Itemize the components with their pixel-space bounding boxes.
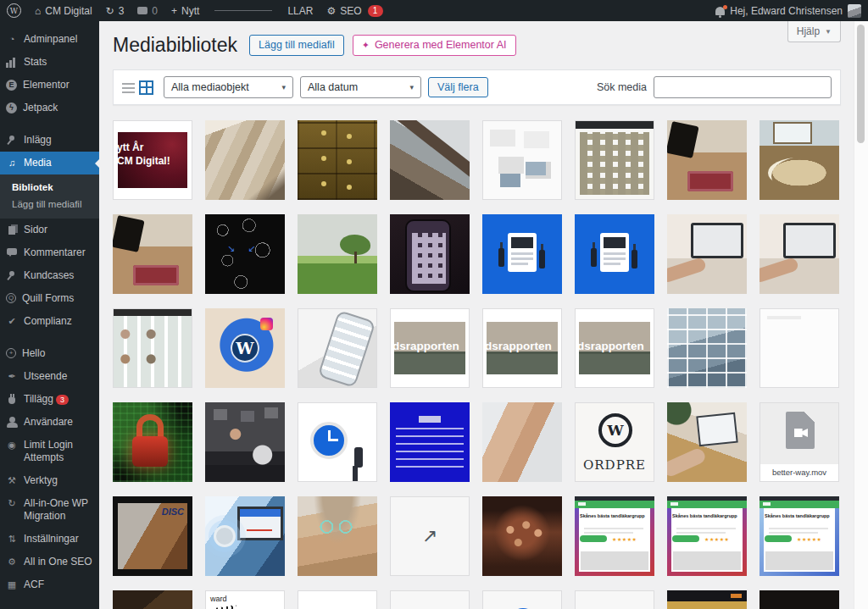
sidebar-item-limit-login[interactable]: ◉ Limit Login Attempts	[0, 434, 99, 469]
notifications-bell-icon[interactable]	[715, 7, 725, 15]
sidebar-item-structured-data[interactable]: Structured Data	[0, 606, 99, 609]
dashboard-icon: ◔	[6, 34, 18, 45]
media-tile-instagram-feed-screenshot[interactable]	[113, 308, 192, 388]
submenu-item-bibliotek[interactable]: Bibliotek	[0, 179, 99, 196]
sidebar-item-utseende[interactable]: ✒ Utseende	[0, 365, 99, 388]
media-tile-media-library-screenshot[interactable]	[575, 120, 654, 200]
media-tile-laptop-desk[interactable]	[667, 402, 747, 482]
media-tile-dental-website-blue[interactable]: Skånes bästa tandläkargrupp ★★★★★	[760, 496, 839, 576]
sidebar-item-sidor[interactable]: Sidor	[0, 219, 99, 241]
list-view-icon[interactable]	[122, 81, 135, 93]
avatar[interactable]	[848, 4, 861, 18]
paintbrush-icon: ✒	[6, 371, 18, 382]
media-tile-wordpress-instagram-illustration[interactable]	[205, 308, 285, 388]
media-tile-group-photo[interactable]	[482, 496, 562, 576]
media-tile-red-padlock-keyboard[interactable]	[113, 402, 192, 482]
wordpress-menu[interactable]: W	[0, 0, 28, 21]
site-name-menu[interactable]: ⌂ CM Digital	[28, 0, 99, 21]
media-tile-blank-document[interactable]	[760, 308, 839, 388]
media-tile-clock-illustration[interactable]	[482, 590, 562, 609]
sidebar-item-jetpack[interactable]: ϟ Jetpack	[0, 97, 99, 119]
media-tile-trend-report-bridge[interactable]: dsrapporten	[390, 308, 470, 388]
sidebar-item-elementor[interactable]: E Elementor	[0, 74, 99, 97]
media-tile-laptop-hand[interactable]	[667, 214, 747, 294]
media-tile-stopwatch-analytics[interactable]	[205, 496, 285, 576]
media-type-filter[interactable]: Alla mediaobjekt ▾	[164, 76, 293, 98]
media-tile-wordpress-logo[interactable]: ORDPRE	[575, 402, 654, 482]
media-tile-meeting-table[interactable]	[760, 120, 839, 200]
sidebar-item-kommentarer[interactable]: Kommentarer	[0, 241, 99, 264]
updates-menu[interactable]: ↻ 3	[99, 0, 131, 21]
grid-view-icon[interactable]	[139, 80, 153, 95]
sidebar-item-media[interactable]: ♫ Media	[0, 152, 99, 174]
sidebar-item-complianz[interactable]: ✔ Complianz	[0, 310, 99, 333]
search-input[interactable]	[654, 76, 832, 98]
scrollbar-thumb[interactable]	[857, 25, 865, 143]
media-tile-trend-report-bridge-copy[interactable]: dsrapporten	[482, 308, 562, 388]
comments-menu[interactable]: 0	[131, 0, 164, 21]
media-tile-studio-interview-wide[interactable]	[113, 214, 192, 294]
media-tile-office-windows[interactable]	[667, 308, 747, 388]
seo-menu[interactable]: ⚙ SEO 1	[320, 0, 389, 21]
media-tile-tablet-on-desk[interactable]	[113, 590, 192, 609]
sidebar-item-tillagg[interactable]: Tillägg3	[0, 388, 99, 411]
media-tile-white-phone[interactable]	[298, 308, 377, 388]
bulk-select-button[interactable]: Välj flera	[428, 77, 488, 98]
chevron-down-icon: ▾	[281, 83, 286, 91]
sidebar-item-quill-forms[interactable]: Q Quill Forms	[0, 287, 99, 310]
sidebar-item-stats[interactable]: Stats	[0, 51, 99, 74]
sidebar-item-acf[interactable]: ▦ ACF	[0, 573, 99, 596]
media-tile-studio-interview[interactable]	[667, 120, 747, 200]
sidebar-item-label: Användare	[24, 416, 94, 429]
submenu-item-add-media[interactable]: Lägg till mediafil	[0, 196, 99, 213]
elementor-ai-button[interactable]: ✦ Generera med Elementor AI	[353, 35, 516, 56]
add-media-button[interactable]: Lägg till mediafil	[249, 35, 344, 56]
media-tile-office-interview[interactable]	[205, 402, 285, 482]
help-button[interactable]: Hjälp ▼	[787, 21, 841, 42]
media-tile-blue-document-illustration[interactable]	[482, 214, 562, 294]
sidebar-item-wp-migration[interactable]: ↻ All-in-One WP Migration	[0, 492, 99, 528]
media-tile-team-video-thumbnail[interactable]	[760, 590, 839, 609]
media-tile-arrow-placeholder[interactable]: ↗	[390, 496, 470, 576]
tile-text: ytt ÅrCM Digital!	[117, 141, 170, 168]
media-tile-phone-in-hand[interactable]	[390, 214, 470, 294]
sidebar-item-kundcases[interactable]: Kundcases	[0, 264, 99, 287]
star-rating-icon: ★★★★★	[704, 536, 729, 542]
media-tile-lightbulb-illustration[interactable]	[390, 590, 470, 609]
media-tile-blue-document-illustration-copy[interactable]	[575, 214, 654, 294]
media-tile-cardboard-boxes[interactable]	[205, 120, 285, 200]
media-tile-gear-illustration[interactable]: ⚙	[575, 590, 654, 609]
sidebar-item-anvandare[interactable]: Användare	[0, 411, 99, 434]
media-tile-dental-website-copy[interactable]: Skånes bästa tandläkargrupp ★★★★★	[667, 496, 747, 576]
media-tile-blue-screen-error[interactable]	[390, 402, 470, 482]
sidebar-item-aioseo[interactable]: ⚙ All in One SEO	[0, 551, 99, 573]
user-greeting[interactable]: Hej, Edward Christensen	[730, 5, 843, 17]
media-tile-avatar-circles[interactable]	[298, 590, 377, 609]
media-tile-tree-in-field[interactable]	[298, 214, 377, 294]
media-tile-handshake[interactable]	[482, 402, 562, 482]
sidebar-item-inlagg[interactable]: Inlägg	[0, 129, 99, 152]
media-tile-laptop-hand-copy[interactable]	[760, 214, 839, 294]
media-tile-woman-glasses-portrait[interactable]	[298, 496, 377, 576]
sidebar-separator	[0, 596, 99, 606]
custom-admin-item[interactable]: LLAR	[281, 0, 320, 21]
new-content-menu[interactable]: + Nytt	[164, 0, 206, 21]
media-tile-trend-report-bridge-copy-2[interactable]: dsrapporten	[575, 308, 654, 388]
media-tile-alarm-clock-illustration[interactable]	[298, 402, 377, 482]
date-filter[interactable]: Alla datum ▾	[300, 76, 421, 98]
sidebar-item-adminpanel[interactable]: ◔ Adminpanel	[0, 28, 99, 51]
scrollbar-track[interactable]	[854, 21, 868, 609]
media-tile-card-catalog[interactable]	[298, 120, 377, 200]
media-tile-award-sketch[interactable]: ward	[205, 590, 285, 609]
media-tile-light-webpage-screenshot[interactable]	[482, 120, 562, 200]
media-tile-winter-window[interactable]	[390, 120, 470, 200]
sidebar-item-installningar[interactable]: ⇅ Inställningar	[0, 528, 99, 551]
media-tile-chalkboard-sketch[interactable]	[205, 214, 285, 294]
media-tile-dental-website[interactable]: Skånes bästa tandläkargrupp ★★★★★	[575, 496, 654, 576]
sidebar-item-verktyg[interactable]: ⚒ Verktyg	[0, 469, 99, 492]
media-tile-retro-tv-footage[interactable]: DISC	[113, 496, 192, 576]
sidebar-item-hello[interactable]: + Hello	[0, 342, 99, 365]
media-tile-dark-website-screenshot[interactable]	[667, 590, 747, 609]
media-tile-newyear-greeting-card[interactable]: ytt ÅrCM Digital!	[113, 120, 192, 200]
media-tile-video-file[interactable]: better-way.mov	[760, 402, 839, 482]
